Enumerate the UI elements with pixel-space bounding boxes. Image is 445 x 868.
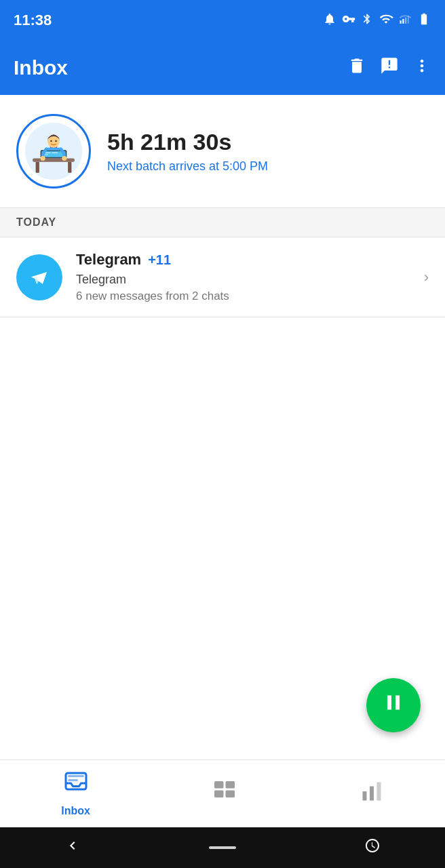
nav-inbox[interactable]: Inbox — [61, 771, 90, 817]
svg-rect-7 — [68, 162, 71, 173]
svg-rect-25 — [214, 781, 224, 789]
svg-point-18 — [55, 140, 57, 142]
apps-icon — [212, 779, 237, 809]
bluetooth-icon — [361, 12, 373, 28]
back-button[interactable] — [64, 837, 81, 858]
svg-rect-26 — [226, 781, 235, 789]
section-header: TODAY — [0, 208, 445, 237]
notif-app-name: Telegram — [76, 251, 141, 269]
wifi-icon — [379, 12, 393, 28]
nav-stats[interactable] — [360, 779, 384, 809]
notif-content: Telegram +11 Telegram 6 new messages fro… — [76, 251, 424, 303]
svg-rect-0 — [400, 20, 402, 24]
alarm-icon — [323, 12, 336, 28]
timer-info: 5h 21m 30s Next batch arrives at 5:00 PM — [107, 129, 268, 174]
svg-rect-6 — [36, 162, 39, 173]
app-bar-title: Inbox — [14, 56, 68, 79]
section-header-label: TODAY — [16, 216, 56, 228]
svg-rect-5 — [33, 159, 75, 162]
notif-badge: +11 — [148, 252, 171, 268]
home-button[interactable] — [209, 839, 236, 856]
notif-source: Telegram — [76, 273, 424, 287]
pause-fab[interactable] — [366, 678, 421, 732]
telegram-icon-container — [16, 254, 62, 300]
svg-rect-31 — [376, 782, 381, 800]
svg-rect-30 — [370, 786, 374, 800]
comment-button[interactable] — [380, 56, 399, 79]
signal-icon — [399, 12, 411, 28]
svg-rect-27 — [214, 790, 224, 797]
delete-button[interactable] — [347, 56, 366, 79]
svg-rect-3 — [408, 16, 409, 24]
status-time: 11:38 — [14, 12, 52, 29]
inbox-icon — [64, 771, 88, 801]
notif-message: 6 new messages from 2 chats — [76, 290, 424, 303]
svg-rect-15 — [46, 148, 60, 151]
svg-rect-23 — [68, 775, 84, 777]
battery-icon — [417, 12, 431, 28]
system-nav — [0, 827, 445, 868]
chevron-right-icon: › — [424, 269, 429, 286]
timer-section: 5h 21m 30s Next batch arrives at 5:00 PM — [0, 95, 445, 208]
more-options-button[interactable] — [412, 56, 431, 79]
timer-subtitle-prefix: Next batch arrives at — [107, 159, 222, 173]
vpn-key-icon — [342, 12, 355, 28]
stats-icon — [360, 779, 384, 809]
svg-point-20 — [62, 156, 66, 161]
timer-subtitle: Next batch arrives at 5:00 PM — [107, 159, 268, 174]
status-icons — [323, 12, 431, 28]
notification-item[interactable]: Telegram +11 Telegram 6 new messages fro… — [0, 237, 445, 317]
app-bar: Inbox — [0, 41, 445, 95]
nav-apps[interactable] — [212, 779, 237, 809]
pause-icon — [381, 690, 406, 720]
content-area — [0, 317, 445, 738]
status-bar: 11:38 — [0, 0, 445, 41]
svg-point-17 — [50, 140, 52, 142]
svg-rect-24 — [68, 779, 78, 781]
app-bar-actions — [347, 56, 431, 79]
svg-rect-2 — [405, 18, 406, 24]
nav-inbox-label: Inbox — [61, 805, 90, 817]
timer-subtitle-time: 5:00 PM — [222, 159, 268, 173]
notif-title-row: Telegram +11 — [76, 251, 424, 269]
svg-rect-1 — [402, 19, 404, 24]
recents-button[interactable] — [364, 837, 381, 858]
avatar — [16, 114, 91, 189]
svg-rect-28 — [226, 790, 235, 797]
bottom-nav: Inbox — [0, 760, 445, 827]
svg-rect-12 — [52, 153, 58, 153]
svg-point-19 — [41, 156, 45, 161]
svg-rect-29 — [362, 791, 366, 801]
svg-rect-32 — [209, 846, 236, 849]
timer-value: 5h 21m 30s — [107, 129, 268, 155]
